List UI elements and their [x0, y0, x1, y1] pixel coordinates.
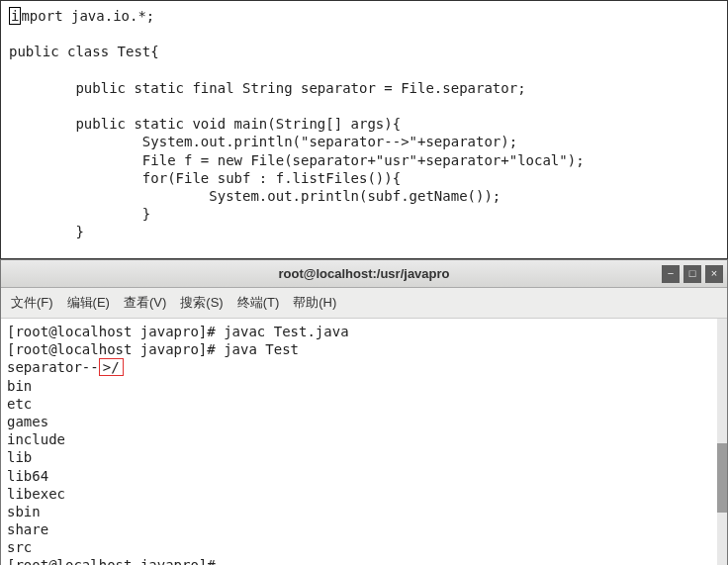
menu-search[interactable]: 搜索(S)	[180, 294, 223, 312]
menu-file[interactable]: 文件(F)	[11, 294, 53, 312]
window-controls: − □ ×	[662, 265, 723, 283]
terminal-line: [root@localhost javapro]# java Test	[7, 341, 299, 357]
terminal-title: root@localhost:/usr/javapro	[278, 266, 449, 281]
terminal-line: separator--	[7, 359, 99, 375]
menu-bar: 文件(F) 编辑(E) 查看(V) 搜索(S) 终端(T) 帮助(H)	[1, 288, 727, 319]
terminal-line: libexec	[7, 486, 65, 502]
terminal-line: etc	[7, 396, 32, 412]
menu-view[interactable]: 查看(V)	[124, 294, 166, 312]
terminal-prompt: [root@localhost javapro]#	[7, 557, 224, 565]
menu-help[interactable]: 帮助(H)	[293, 294, 336, 312]
separator-highlight: >/	[99, 358, 124, 376]
code-editor-pane[interactable]: import java.io.*; public class Test{ pub…	[0, 0, 728, 259]
terminal-line: lib64	[7, 468, 48, 484]
terminal-line: bin	[7, 378, 32, 394]
terminal-line: src	[7, 539, 32, 555]
terminal-window: root@localhost:/usr/javapro − □ × 文件(F) …	[0, 259, 728, 565]
code-content[interactable]: import java.io.*; public class Test{ pub…	[9, 7, 719, 240]
minimize-button[interactable]: −	[662, 265, 680, 283]
menu-edit[interactable]: 编辑(E)	[67, 294, 110, 312]
terminal-line: sbin	[7, 504, 41, 519]
terminal-line: share	[7, 521, 48, 537]
menu-terminal[interactable]: 终端(T)	[237, 294, 280, 312]
maximize-button[interactable]: □	[683, 265, 701, 283]
terminal-titlebar[interactable]: root@localhost:/usr/javapro − □ ×	[1, 260, 727, 288]
close-button[interactable]: ×	[705, 265, 723, 283]
terminal-line: [root@localhost javapro]# javac Test.jav…	[7, 324, 349, 339]
terminal-scrollbar[interactable]	[717, 319, 727, 565]
editor-cursor: i	[9, 7, 21, 25]
terminal-line: include	[7, 431, 65, 447]
scrollbar-thumb[interactable]	[717, 443, 727, 513]
terminal-line: lib	[7, 449, 32, 465]
terminal-body[interactable]: [root@localhost javapro]# javac Test.jav…	[1, 319, 727, 565]
terminal-line: games	[7, 414, 48, 429]
